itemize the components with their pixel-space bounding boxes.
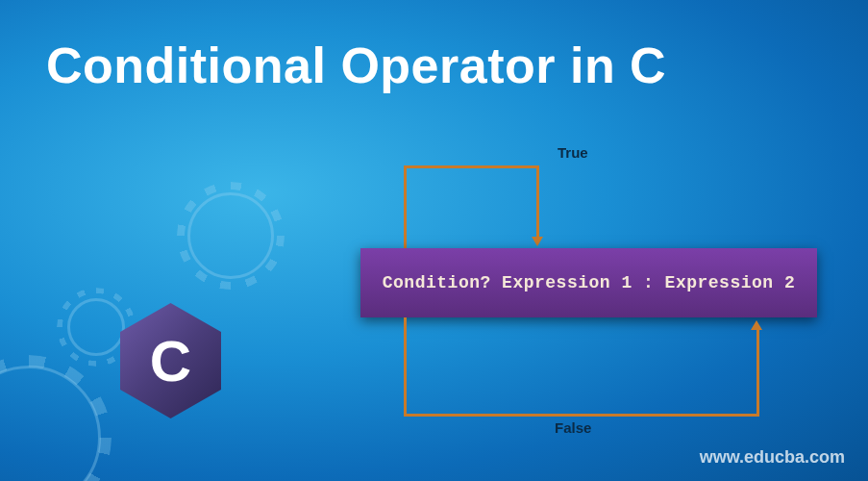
- false-label: False: [555, 419, 591, 436]
- decorative-gear: [0, 366, 101, 481]
- true-path-line: [404, 165, 407, 248]
- conditional-operator-diagram: True Condition? Expression 1 : Expressio…: [351, 144, 831, 443]
- logo-letter: C: [150, 328, 191, 394]
- decorative-gear: [187, 192, 274, 279]
- expression-box: Condition? Expression 1 : Expression 2: [360, 248, 817, 317]
- true-path-line: [536, 165, 539, 239]
- decorative-gear: [67, 298, 125, 356]
- hexagon-shape: C: [120, 303, 221, 418]
- false-path-line: [404, 317, 407, 417]
- arrow-up-icon: [751, 320, 762, 330]
- true-label: True: [558, 144, 588, 161]
- page-title: Conditional Operator in C: [46, 37, 666, 94]
- false-path-line: [404, 414, 759, 417]
- arrow-down-icon: [532, 237, 543, 246]
- c-language-logo: C: [120, 303, 221, 418]
- watermark-url: www.educba.com: [700, 447, 845, 468]
- false-path-line: [756, 329, 759, 417]
- true-path-line: [404, 165, 538, 168]
